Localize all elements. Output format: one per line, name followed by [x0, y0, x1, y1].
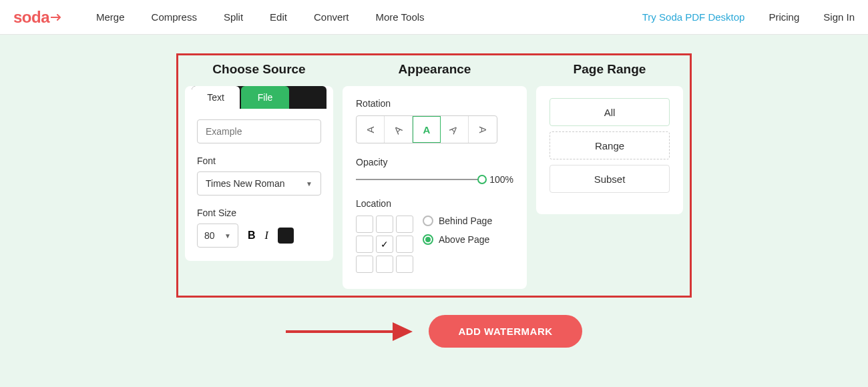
font-size-label: Font Size	[197, 208, 321, 218]
loc-mr[interactable]	[396, 236, 413, 253]
location-label: Location	[356, 198, 513, 209]
loc-tc[interactable]	[376, 216, 393, 233]
nav-merge[interactable]: Merge	[96, 11, 125, 23]
appearance-panel: Rotation A A A A A Opacity 100%	[343, 86, 527, 289]
loc-ml[interactable]	[356, 236, 373, 253]
loc-tl[interactable]	[356, 216, 373, 233]
nav-compress[interactable]: Compress	[152, 11, 197, 23]
header-right: Try Soda PDF Desktop Pricing Sign In	[642, 11, 855, 23]
source-column: Choose Source Text File Font Times New R…	[185, 62, 333, 289]
loc-mc[interactable]: ✓	[376, 236, 393, 253]
rotation-left-45[interactable]: A	[385, 116, 413, 143]
italic-button[interactable]: I	[265, 230, 268, 242]
layer-radios: Behind Page Above Page	[423, 216, 492, 245]
source-title: Choose Source	[185, 62, 333, 77]
nav-convert[interactable]: Convert	[314, 11, 349, 23]
loc-bl[interactable]	[356, 256, 373, 273]
appearance-title: Appearance	[343, 62, 527, 77]
loc-br[interactable]	[396, 256, 413, 273]
font-value: Times New Roman	[206, 178, 285, 189]
font-label: Font	[197, 155, 321, 166]
opacity-slider[interactable]	[356, 179, 483, 180]
range-subset-button[interactable]: Subset	[550, 165, 670, 193]
range-column: Page Range All Range Subset	[536, 62, 683, 289]
slider-thumb[interactable]	[477, 175, 487, 184]
radio-icon	[423, 216, 433, 226]
appearance-column: Appearance Rotation A A A A A Opacity	[343, 62, 527, 289]
range-panel: All Range Subset	[536, 86, 683, 214]
logo-text: soda	[13, 8, 49, 27]
radio-behind[interactable]: Behind Page	[423, 216, 492, 226]
location-grid: ✓	[356, 216, 413, 273]
signin-link[interactable]: Sign In	[823, 11, 855, 23]
rotation-buttons: A A A A A	[356, 115, 497, 143]
rotation-left-90[interactable]: A	[357, 116, 385, 143]
rotation-right-90[interactable]: A	[469, 116, 497, 143]
source-panel: Text File Font Times New Roman ▼ Font Si…	[185, 86, 333, 261]
highlighted-panel-group: Choose Source Text File Font Times New R…	[176, 53, 692, 298]
range-range-button[interactable]: Range	[550, 131, 670, 159]
font-size-select[interactable]: 80 ▼	[197, 224, 238, 248]
radio-above[interactable]: Above Page	[423, 234, 492, 245]
rotation-none[interactable]: A	[413, 116, 441, 143]
try-desktop-link[interactable]: Try Soda PDF Desktop	[642, 11, 745, 23]
behind-label: Behind Page	[439, 216, 492, 226]
main-nav: Merge Compress Split Edit Convert More T…	[96, 11, 425, 23]
tab-text[interactable]: Text	[192, 86, 240, 109]
nav-split[interactable]: Split	[224, 11, 243, 23]
font-size-value: 80	[204, 230, 215, 241]
font-select[interactable]: Times New Roman ▼	[197, 171, 321, 196]
add-watermark-button[interactable]: ADD WATERMARK	[429, 315, 582, 348]
chevron-down-icon: ▼	[224, 232, 231, 240]
range-all-button[interactable]: All	[550, 98, 670, 126]
bold-button[interactable]: B	[248, 230, 256, 242]
range-title: Page Range	[536, 62, 683, 77]
rotation-label: Rotation	[356, 98, 513, 109]
main-content: Choose Source Text File Font Times New R…	[0, 35, 868, 387]
top-nav: soda Merge Compress Split Edit Convert M…	[0, 0, 868, 35]
watermark-text-input[interactable]	[197, 119, 321, 143]
tab-file[interactable]: File	[241, 86, 289, 109]
pricing-link[interactable]: Pricing	[769, 11, 799, 23]
opacity-value: 100%	[489, 174, 513, 185]
nav-more[interactable]: More Tools	[375, 11, 424, 23]
above-label: Above Page	[439, 234, 489, 245]
color-picker[interactable]	[278, 228, 294, 244]
arrow-annotation-icon	[286, 326, 413, 337]
loc-tr[interactable]	[396, 216, 413, 233]
cta-row: ADD WATERMARK	[286, 315, 582, 348]
nav-edit[interactable]: Edit	[270, 11, 287, 23]
loc-bc[interactable]	[376, 256, 393, 273]
logo-arrow-icon	[51, 13, 63, 21]
rotation-right-45[interactable]: A	[441, 116, 469, 143]
radio-icon-checked	[423, 234, 433, 245]
opacity-label: Opacity	[356, 157, 513, 167]
logo[interactable]: soda	[13, 8, 63, 27]
source-tabs: Text File	[192, 86, 327, 109]
chevron-down-icon: ▼	[306, 180, 312, 187]
